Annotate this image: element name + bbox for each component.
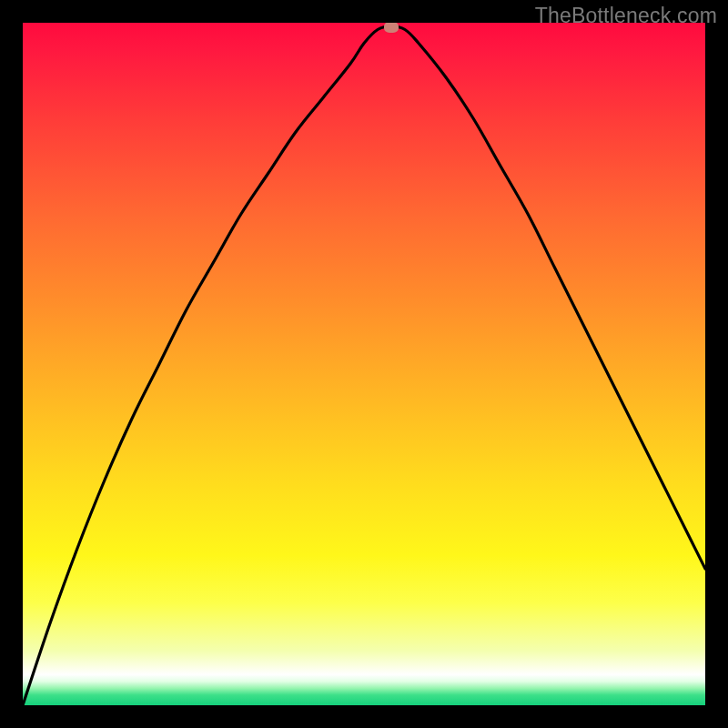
chart-frame: TheBottleneck.com [0, 0, 728, 728]
curve-layer [23, 23, 705, 705]
plot-area [23, 23, 705, 705]
bottleneck-curve [23, 26, 705, 705]
optimum-marker [384, 23, 399, 33]
